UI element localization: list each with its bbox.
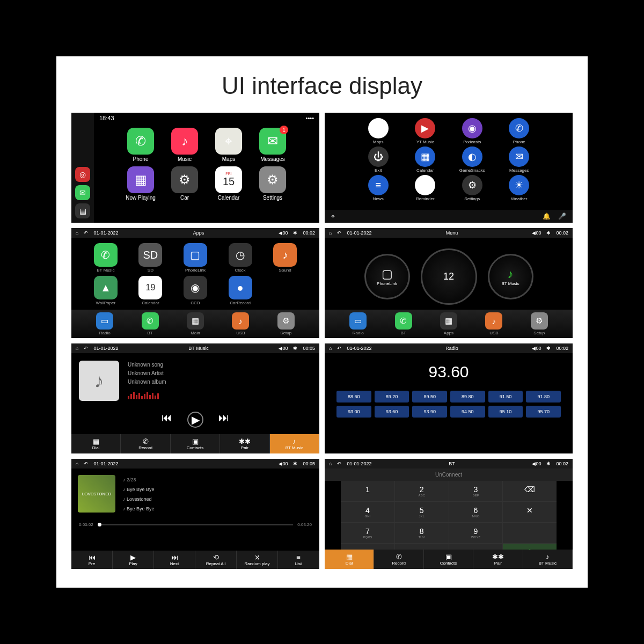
preset-button[interactable]: 89.20 [375, 391, 409, 402]
app-yt-music[interactable]: ▶YT Music [404, 118, 447, 144]
home-icon[interactable]: ⌂ [329, 461, 332, 466]
home-icon[interactable]: ⌂ [76, 230, 78, 236]
dial-key-4[interactable]: 4GHI [341, 502, 394, 522]
app-carrecord[interactable]: ●CarRecord [219, 276, 261, 305]
app-sd[interactable]: SDSD [130, 243, 172, 273]
dock-icon[interactable]: ◎ [75, 167, 90, 182]
preset-button[interactable]: 93.90 [412, 406, 447, 418]
preset-button[interactable]: 95.10 [488, 406, 523, 418]
gauge-clock[interactable]: 12 [421, 248, 477, 305]
app-now-playing[interactable]: ▦ Now Playing [121, 166, 160, 201]
back-icon[interactable]: ↶ [84, 346, 88, 351]
dock-apps[interactable]: ▦Apps [440, 312, 457, 335]
app-calendar[interactable]: 19Calendar [130, 276, 172, 305]
random-play-button[interactable]: ⤨Random play [237, 551, 278, 569]
tab-contacts[interactable]: ▣Contacts [171, 434, 220, 453]
app-podcasts[interactable]: ◉Podcasts [451, 118, 494, 144]
tab-bt-music[interactable]: ♪BT Music [523, 550, 573, 569]
app-settings[interactable]: ⚙ Settings [253, 166, 292, 201]
preset-button[interactable]: 88.60 [336, 391, 371, 402]
back-icon[interactable]: ↶ [84, 461, 88, 466]
app-news[interactable]: ≡News [357, 175, 400, 201]
home-icon[interactable]: ⌂ [329, 346, 332, 351]
dial-key-1[interactable]: 1 [341, 481, 394, 501]
home-icon[interactable]: ⌂ [329, 230, 332, 236]
app-car[interactable]: ⚙ Car [165, 166, 204, 201]
preset-button[interactable]: 93.60 [375, 406, 409, 418]
play-button[interactable]: ▶Play [113, 551, 154, 569]
app-settings[interactable]: ⚙Settings [451, 175, 494, 201]
app-messages[interactable]: ✉Messages [498, 147, 541, 173]
app-reminder[interactable]: ◉Reminder [404, 175, 447, 201]
list-item[interactable]: Lovestoned [123, 494, 155, 504]
app-calendar[interactable]: ▦Calendar [404, 147, 447, 173]
gauge-phonelink[interactable]: ▢PhoneLink [364, 254, 410, 299]
app-phonelink[interactable]: ▢PhoneLink [174, 243, 216, 273]
dock-usb[interactable]: ♪USB [232, 312, 249, 335]
dial-key-7[interactable]: 7PQRS [341, 523, 394, 543]
back-icon[interactable]: ↶ [337, 461, 341, 466]
preset-button[interactable]: 94.50 [450, 406, 485, 418]
tab-bt-music[interactable]: ♪BT Music [270, 434, 319, 453]
dial-key-⌫[interactable]: ⌫ [503, 481, 557, 501]
home-icon[interactable]: ⌂ [76, 461, 78, 466]
next-button[interactable]: ⏭ [218, 412, 229, 428]
gauge-btmusic[interactable]: ♪BT Music [488, 254, 533, 299]
list-button[interactable]: ≡List [278, 551, 319, 569]
dock-bt[interactable]: ✆BT [142, 312, 159, 335]
dock-icon[interactable]: ▤ [75, 203, 90, 218]
app-ccd[interactable]: ◉CCD [174, 276, 216, 305]
app-maps[interactable]: ⌖Maps [357, 118, 400, 144]
dial-key-blank[interactable] [503, 523, 557, 543]
nav-icon[interactable]: ⌖ [331, 213, 335, 220]
app-phone[interactable]: ✆Phone [498, 118, 541, 144]
tab-contacts[interactable]: ▣Contacts [424, 550, 473, 569]
tab-dial[interactable]: ▦Dial [71, 434, 121, 453]
dial-key-2[interactable]: 2ABC [395, 481, 449, 501]
preset-button[interactable]: 89.50 [412, 391, 447, 402]
app-wallpaper[interactable]: ▲WallPaper [85, 276, 127, 305]
dial-key-3[interactable]: 3DEF [449, 481, 503, 501]
dock-bt[interactable]: ✆BT [395, 312, 412, 335]
play-button[interactable]: ▶ [187, 412, 203, 428]
preset-button[interactable]: 89.80 [450, 391, 485, 402]
app-weather[interactable]: ☀Weather [498, 175, 541, 201]
dial-key-8[interactable]: 8TUV [395, 523, 449, 543]
dial-key-5[interactable]: 5JKL [395, 502, 449, 522]
dock-setup[interactable]: ⚙Setup [277, 312, 295, 335]
app-clock[interactable]: ◷Clock [219, 243, 261, 273]
tab-record[interactable]: ✆Record [374, 550, 423, 569]
app-music[interactable]: ♪ Music [165, 128, 204, 162]
prev-button[interactable]: ⏮ [162, 412, 172, 428]
next-button[interactable]: ⏭Next [154, 551, 195, 569]
app-phone[interactable]: ✆ Phone [121, 128, 160, 162]
home-icon[interactable]: ⌂ [76, 346, 78, 351]
app-calendar[interactable]: FRI15 Calendar [209, 166, 248, 201]
tab-pair[interactable]: ✱✱Pair [220, 434, 269, 453]
pre-button[interactable]: ⏮Pre [71, 551, 113, 569]
preset-button[interactable]: 91.50 [488, 391, 523, 402]
back-icon[interactable]: ↶ [337, 230, 341, 236]
dock-radio[interactable]: ▭Radio [96, 312, 113, 335]
preset-button[interactable]: 91.80 [526, 391, 561, 402]
dial-key-9[interactable]: 9WXYZ [449, 523, 503, 543]
tab-pair[interactable]: ✱✱Pair [473, 550, 523, 569]
tab-record[interactable]: ✆Record [121, 434, 170, 453]
dock-radio[interactable]: ▭Radio [349, 312, 367, 335]
app-exit[interactable]: ⏻Exit [357, 147, 400, 173]
app-bt music[interactable]: ✆BT Music [85, 243, 127, 273]
bell-icon[interactable]: 🔔 [543, 213, 551, 220]
dock-usb[interactable]: ♪USB [485, 312, 502, 335]
dial-key-6[interactable]: 6MNO [449, 502, 503, 522]
dial-key-✕[interactable]: ✕ [503, 502, 557, 522]
app-maps[interactable]: ⌖ Maps [209, 128, 248, 162]
preset-button[interactable]: 93.00 [336, 406, 371, 418]
progress-bar[interactable]: 0:00:02 0:03:20 [71, 520, 319, 529]
app-sound[interactable]: ♪Sound [264, 243, 306, 273]
app-messages[interactable]: ✉1 Messages [253, 128, 292, 162]
mic-icon[interactable]: 🎤 [558, 213, 566, 220]
repeat-all-button[interactable]: ⟲Repeat All [195, 551, 237, 569]
list-item[interactable]: Bye Bye Bye [123, 504, 155, 514]
preset-button[interactable]: 95.70 [526, 406, 561, 418]
app-gamesnacks[interactable]: ◐GameSnacks [451, 147, 494, 173]
